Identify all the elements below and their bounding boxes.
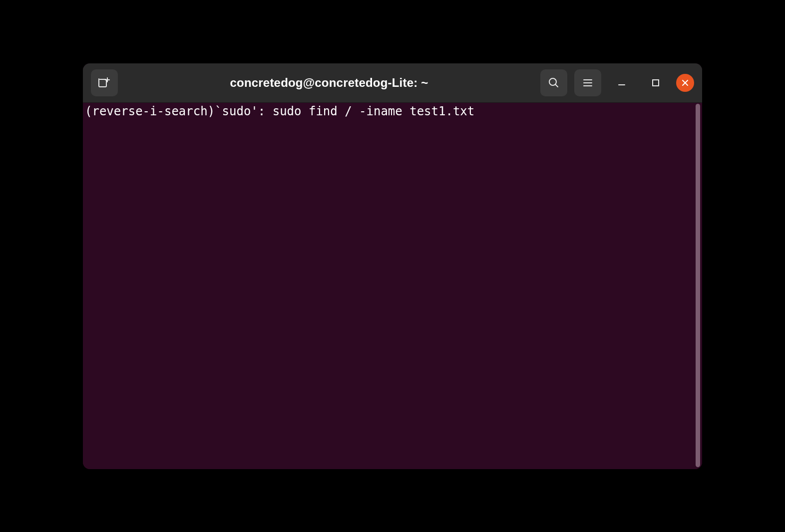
svg-rect-6 [653, 80, 659, 86]
scrollbar[interactable] [696, 104, 700, 467]
terminal-output[interactable]: (reverse-i-search)`sudo': sudo find / -i… [83, 103, 696, 469]
terminal-window: concretedog@concretedog-Lite: ~ [83, 63, 702, 469]
close-button[interactable] [676, 74, 694, 92]
minimize-icon [617, 78, 627, 88]
maximize-icon [651, 78, 660, 87]
titlebar: concretedog@concretedog-Lite: ~ [83, 63, 702, 103]
new-tab-icon [97, 76, 111, 90]
new-tab-button[interactable] [91, 69, 118, 96]
menu-button[interactable] [574, 69, 601, 96]
window-title: concretedog@concretedog-Lite: ~ [125, 76, 533, 90]
terminal-body[interactable]: (reverse-i-search)`sudo': sudo find / -i… [83, 103, 702, 469]
scroll-thumb[interactable] [696, 104, 700, 467]
svg-line-1 [555, 84, 558, 87]
maximize-button[interactable] [642, 69, 669, 96]
search-icon [547, 76, 560, 89]
minimize-button[interactable] [608, 69, 635, 96]
hamburger-menu-icon [582, 77, 594, 89]
terminal-line: (reverse-i-search)`sudo': sudo find / -i… [85, 104, 474, 118]
search-button[interactable] [540, 69, 567, 96]
close-icon [681, 79, 689, 87]
